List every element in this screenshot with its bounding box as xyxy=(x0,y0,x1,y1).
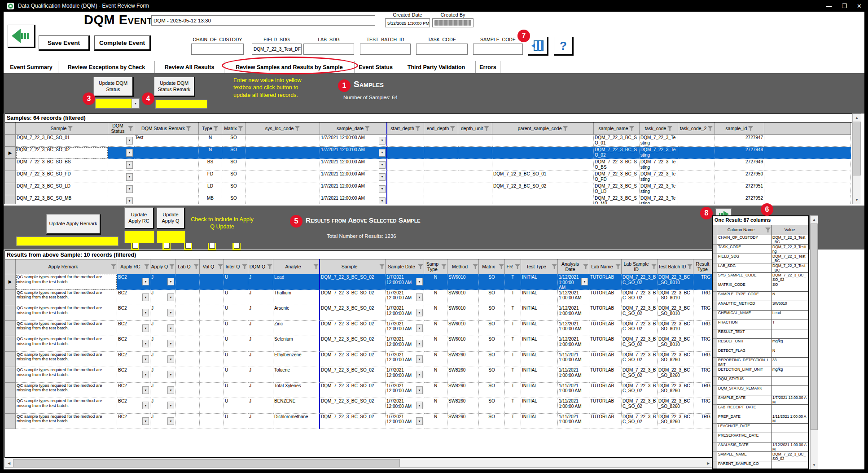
results-cell-lab-name[interactable]: TUTORLAB xyxy=(589,305,622,321)
dropdown-button[interactable]: ▼ xyxy=(142,355,149,363)
dropdown-button[interactable]: ▼ xyxy=(142,278,149,285)
row-selector[interactable] xyxy=(5,195,16,204)
results-cell-test-batch-id[interactable]: DQM_22_3_BC_SO_8010 xyxy=(658,321,693,337)
results-cell-val-q[interactable] xyxy=(200,321,224,337)
results-cell-apply-rc[interactable]: BC2▼ xyxy=(117,290,150,306)
detail-row[interactable]: FIELD_SDGDQM_7_22_3_Test_BC xyxy=(713,254,808,263)
samples-row[interactable]: DQM_7_22_3_BC_SO_LD▼LDSO1/7/2021 12:00:0… xyxy=(5,183,852,195)
filter-icon[interactable] xyxy=(111,264,116,269)
results-cell-apply-rc[interactable]: BC2▼ xyxy=(117,367,150,383)
update-dqm-status-button[interactable]: Update DQM Status xyxy=(93,77,134,97)
results-cell-sample-date[interactable]: 1/7/2021 12:00:00 AM▼ xyxy=(386,274,424,290)
samples-cell-sample-name[interactable]: DQM_7_22_3_BC_SO_FD xyxy=(594,171,640,183)
apply-q-checkbox-5[interactable] xyxy=(232,243,241,251)
row-selector[interactable] xyxy=(713,282,717,292)
maximize-button[interactable]: ❐ xyxy=(842,3,847,9)
samples-cell-dqm-status-remark[interactable]: Test xyxy=(134,135,199,147)
results-cell-sample-date[interactable]: 1/7/2021 12:00:00 AM▼ xyxy=(386,383,424,399)
results-cell-matrix[interactable]: SO xyxy=(479,414,505,429)
samples-col-header-type[interactable]: Type xyxy=(199,123,222,135)
row-selector[interactable] xyxy=(5,367,16,383)
tab-review-samples-and-results-by-sample[interactable]: Review Samples and Results by Sample xyxy=(224,61,355,73)
results-row[interactable]: QC sample types required for the method … xyxy=(5,352,712,368)
samples-cell-start-depth[interactable] xyxy=(387,147,424,159)
results-col-header-test-batch-id[interactable]: Test Batch ID xyxy=(658,259,693,274)
filter-icon[interactable] xyxy=(499,264,504,269)
results-cell-apply-remark[interactable]: QC sample types required for the method … xyxy=(16,383,117,399)
filter-icon[interactable] xyxy=(748,126,753,131)
results-cell-matrix[interactable]: SO xyxy=(479,398,505,414)
results-cell-analysis-date[interactable]: 1/12/2021 1:00:00 AM xyxy=(558,290,589,306)
samples-cell-type[interactable]: BS xyxy=(199,159,222,171)
samples-cell-sys-loc-code[interactable] xyxy=(245,147,320,159)
results-cell-apply-rc[interactable]: BC2▼ xyxy=(117,274,150,290)
results-cell-analysis-date[interactable]: 1/12/2021 1:00:00 AM xyxy=(558,305,589,321)
event-name-input[interactable]: DQM - 2025-05-12 13:30 xyxy=(151,15,375,26)
results-cell-fr[interactable]: T xyxy=(505,352,521,368)
results-cell-test-type[interactable]: INITIAL xyxy=(521,414,558,429)
samples-cell-sample-id[interactable]: 2727952 xyxy=(715,195,764,204)
samples-cell-task-code[interactable]: DQM_7_22_3_Testing xyxy=(640,135,678,147)
dropdown-button[interactable]: ▼ xyxy=(416,371,423,378)
row-selector[interactable] xyxy=(5,171,16,183)
results-cell-lab-q[interactable] xyxy=(175,336,200,352)
results-cell-matrix[interactable]: SO xyxy=(479,274,505,290)
results-cell-result-type[interactable]: TRG xyxy=(693,336,712,352)
row-selector[interactable] xyxy=(713,386,717,395)
samples-cell--fill[interactable] xyxy=(764,147,851,159)
samples-cell-task-code[interactable]: DQM_7_22_3_Testing xyxy=(640,159,678,171)
row-selector[interactable] xyxy=(713,320,717,329)
filter-icon[interactable] xyxy=(128,126,133,131)
filter-icon[interactable] xyxy=(193,264,199,269)
samples-cell-sample-date[interactable]: 1/7/2021 12:00:00 AM▼ xyxy=(320,135,387,147)
results-cell-lab-q[interactable] xyxy=(175,383,200,399)
filter-icon[interactable] xyxy=(294,126,300,131)
results-cell-method[interactable]: SW8260 xyxy=(447,352,479,368)
results-cell-val-q[interactable] xyxy=(200,290,224,306)
samples-cell-dqm-status[interactable]: ▼ xyxy=(108,195,134,204)
results-row[interactable]: QC sample types required for the method … xyxy=(5,305,712,321)
samples-cell-dqm-status[interactable]: ▼ xyxy=(108,159,134,171)
samples-col-header-sys-loc-code[interactable]: sys_loc_code xyxy=(245,123,320,135)
row-selector[interactable] xyxy=(713,348,717,358)
row-selector[interactable] xyxy=(713,358,717,367)
results-cell-method[interactable]: SW6010 xyxy=(447,305,479,321)
dropdown-button[interactable]: ▼ xyxy=(167,402,174,409)
dropdown-button[interactable]: ▼ xyxy=(142,309,149,316)
results-cell-test-type[interactable]: INITIAL xyxy=(521,274,558,290)
row-selector[interactable] xyxy=(5,414,16,429)
results-cell-inter-q[interactable]: U xyxy=(224,305,248,321)
samples-cell-end-depth[interactable] xyxy=(424,147,458,159)
column-chooser-button[interactable] xyxy=(528,37,548,56)
row-selector[interactable]: ▶ xyxy=(5,274,16,290)
results-cell-sample[interactable]: DQM_7_22_3_BC_SO_02 xyxy=(320,321,386,337)
results-cell-method[interactable]: SW8260 xyxy=(447,367,479,383)
results-cell-sample-date[interactable]: 1/7/2021 12:00:00 AM▼ xyxy=(386,336,424,352)
results-cell-analyte[interactable]: Thallium xyxy=(273,290,320,306)
results-cell-test-batch-id[interactable]: DQM_22_3_BC_SO_8010 xyxy=(658,290,693,306)
filter-icon[interactable] xyxy=(267,264,272,269)
results-cell-test-type[interactable]: INITIAL xyxy=(521,383,558,399)
samples-cell-parent-sample-code[interactable]: DQM_7_22_3_BC_SO_02 xyxy=(492,183,594,195)
results-cell-inter-q[interactable]: U xyxy=(224,352,248,368)
results-cell-test-type[interactable]: INITIAL xyxy=(521,398,558,414)
results-cell-lab-name[interactable]: TUTORLAB xyxy=(589,274,622,290)
row-selector[interactable] xyxy=(713,377,717,386)
samples-cell-task-code-2[interactable] xyxy=(678,147,715,159)
detail-row[interactable]: SAMPLE_TYPE_CODEN xyxy=(713,292,808,301)
results-cell-apply-rc[interactable]: BC2▼ xyxy=(117,352,150,368)
samples-col-header-sample[interactable]: Sample xyxy=(16,123,108,135)
filter-icon[interactable] xyxy=(218,264,223,269)
tab-third-party-validation[interactable]: Third Party Validation xyxy=(397,61,476,73)
dropdown-button[interactable]: ▼ xyxy=(416,417,423,425)
apply-q-checkbox-4[interactable] xyxy=(208,243,216,251)
results-cell-sample-date[interactable]: 1/7/2021 12:00:00 AM▼ xyxy=(386,367,424,383)
results-cell-apply-rc[interactable]: BC2▼ xyxy=(117,321,150,337)
results-cell-apply-remark[interactable]: QC sample types required for the method … xyxy=(16,367,117,383)
row-selector[interactable] xyxy=(5,352,16,368)
results-cell-lab-name[interactable]: TUTORLAB xyxy=(589,398,622,414)
dropdown-button[interactable]: ▼ xyxy=(126,197,133,205)
samples-cell-matrix[interactable]: SO xyxy=(222,147,245,159)
detail-row[interactable]: PARENT_SAMPLE_CO xyxy=(713,461,808,469)
results-col-header-lab-sample-id[interactable]: Lab Sample ID xyxy=(622,259,658,274)
